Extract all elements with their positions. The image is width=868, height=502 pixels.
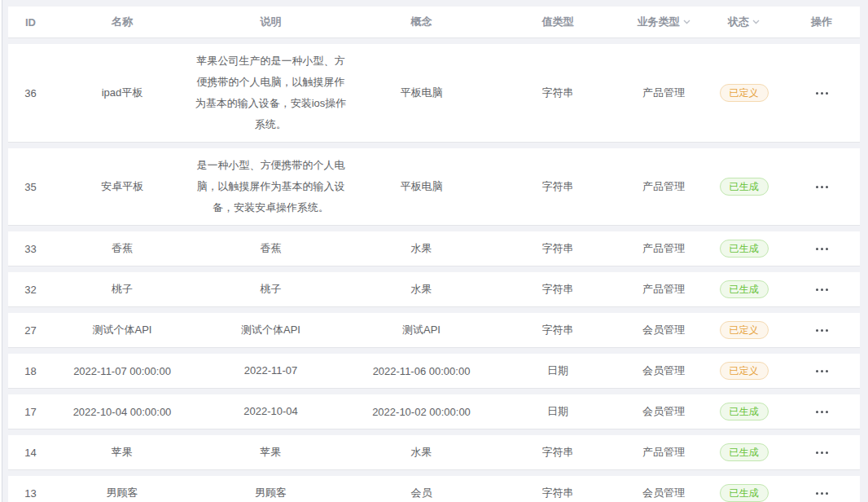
cell-concept: 平板电脑 <box>350 44 493 142</box>
cell-actions <box>783 44 860 142</box>
cell-status: 已生成 <box>704 394 783 429</box>
cell-name: 苹果 <box>53 435 191 469</box>
column-header-label: 业务类型 <box>638 15 680 29</box>
cell-actions <box>783 476 860 502</box>
more-horizontal-icon <box>814 451 829 454</box>
left-divider <box>0 0 2 502</box>
column-header-biz_type[interactable]: 业务类型 <box>623 7 704 37</box>
cell-id: 33 <box>8 231 53 266</box>
cell-name: 2022-11-07 00:00:00 <box>53 354 191 388</box>
cell-status: 已定义 <box>704 44 783 142</box>
cell-status: 已定义 <box>704 354 783 388</box>
cell-status: 已生成 <box>704 435 783 469</box>
column-header-action: 操作 <box>783 7 860 37</box>
cell-value-type: 字符串 <box>493 272 623 306</box>
more-actions-button[interactable] <box>811 487 832 500</box>
cell-concept: 测试API <box>350 313 493 347</box>
cell-name: ipad平板 <box>53 44 191 142</box>
more-horizontal-icon <box>814 329 829 332</box>
table-row: 36 ipad平板 苹果公司生产的是一种小型、方便携带的个人电脑，以触摸屏作为基… <box>8 44 860 142</box>
table-body: 36 ipad平板 苹果公司生产的是一种小型、方便携带的个人电脑，以触摸屏作为基… <box>8 44 860 502</box>
table-row: 27 测试个体API 测试个体API 测试API 字符串 会员管理 已定义 <box>8 313 860 347</box>
cell-description: 男顾客 <box>191 476 350 502</box>
table-row: 13 男顾客 男顾客 会员 字符串 会员管理 已生成 <box>8 476 860 502</box>
status-badge: 已生成 <box>720 178 769 196</box>
status-badge: 已生成 <box>720 240 769 258</box>
cell-concept: 2022-10-02 00:00:00 <box>350 394 493 429</box>
more-actions-button[interactable] <box>811 243 832 255</box>
cell-business-type: 产品管理 <box>623 272 704 306</box>
more-actions-button[interactable] <box>811 406 832 418</box>
cell-status: 已定义 <box>704 313 783 347</box>
cell-concept: 水果 <box>350 231 493 266</box>
table-row: 35 安卓平板 是一种小型、方便携带的个人电脑，以触摸屏作为基本的输入设备，安装… <box>8 148 860 225</box>
cell-name: 香蕉 <box>53 231 191 266</box>
column-header-concept: 概念 <box>350 7 493 37</box>
cell-name: 测试个体API <box>53 313 191 347</box>
status-badge: 已生成 <box>720 280 769 298</box>
more-horizontal-icon <box>814 492 829 495</box>
chevron-down-icon <box>683 20 690 24</box>
cell-concept: 水果 <box>350 435 493 469</box>
more-actions-button[interactable] <box>811 365 832 377</box>
cell-actions <box>783 148 860 225</box>
cell-value-type: 字符串 <box>493 435 623 469</box>
column-header-label: 名称 <box>112 15 133 29</box>
column-header-desc: 说明 <box>191 7 350 37</box>
column-header-label: 操作 <box>811 15 832 29</box>
cell-value-type: 日期 <box>493 354 623 388</box>
more-horizontal-icon <box>814 370 829 372</box>
cell-id: 36 <box>8 44 53 142</box>
more-horizontal-icon <box>814 411 829 413</box>
column-header-label: ID <box>25 16 36 29</box>
more-actions-button[interactable] <box>811 447 832 459</box>
cell-actions <box>783 231 860 266</box>
cell-business-type: 产品管理 <box>623 148 704 225</box>
cell-status: 已生成 <box>704 148 783 225</box>
cell-description: 苹果公司生产的是一种小型、方便携带的个人电脑，以触摸屏作为基本的输入设备，安装i… <box>191 44 350 142</box>
column-header-status[interactable]: 状态 <box>704 7 783 37</box>
cell-business-type: 产品管理 <box>623 435 704 469</box>
column-header-id: ID <box>8 7 53 37</box>
glossary-page: ID 名称 说明 概念 值类型 业务类型 状态 操作 36 ipad平板 苹果公… <box>0 0 868 502</box>
more-horizontal-icon <box>814 186 829 188</box>
more-actions-button[interactable] <box>811 181 832 193</box>
cell-description: 测试个体API <box>191 313 350 347</box>
cell-business-type: 产品管理 <box>623 44 704 142</box>
cell-description: 是一种小型、方便携带的个人电脑，以触摸屏作为基本的输入设备，安装安卓操作系统。 <box>191 148 350 225</box>
cell-value-type: 日期 <box>493 394 623 429</box>
more-actions-button[interactable] <box>811 324 832 337</box>
column-header-label: 概念 <box>411 15 432 29</box>
status-badge: 已生成 <box>720 443 769 461</box>
cell-name: 安卓平板 <box>53 148 191 225</box>
cell-description: 2022-10-04 <box>191 394 350 429</box>
cell-value-type: 字符串 <box>493 231 623 266</box>
table-row: 14 苹果 苹果 水果 字符串 产品管理 已生成 <box>8 435 860 469</box>
cell-business-type: 会员管理 <box>623 476 704 502</box>
more-actions-button[interactable] <box>811 284 832 296</box>
cell-id: 18 <box>8 354 53 388</box>
cell-business-type: 会员管理 <box>623 354 704 388</box>
cell-value-type: 字符串 <box>493 313 623 347</box>
status-badge: 已定义 <box>720 84 769 102</box>
more-actions-button[interactable] <box>811 87 832 99</box>
cell-concept: 2022-11-06 00:00:00 <box>350 354 493 388</box>
cell-id: 13 <box>8 476 53 502</box>
column-header-label: 值类型 <box>542 15 574 29</box>
cell-id: 32 <box>8 272 53 306</box>
more-horizontal-icon <box>814 92 829 95</box>
table-row: 32 桃子 桃子 水果 字符串 产品管理 已生成 <box>8 272 860 306</box>
cell-name: 男顾客 <box>53 476 191 502</box>
cell-description: 苹果 <box>191 435 350 469</box>
table-row: 33 香蕉 香蕉 水果 字符串 产品管理 已生成 <box>8 231 860 266</box>
cell-concept: 会员 <box>350 476 493 502</box>
chevron-down-icon <box>752 20 760 24</box>
column-header-label: 状态 <box>728 15 749 29</box>
cell-actions <box>783 435 860 469</box>
more-horizontal-icon <box>814 288 829 291</box>
cell-actions <box>783 313 860 347</box>
cell-business-type: 会员管理 <box>623 313 704 347</box>
column-header-label: 说明 <box>261 15 282 29</box>
status-badge: 已定义 <box>720 362 769 380</box>
more-horizontal-icon <box>814 248 829 250</box>
